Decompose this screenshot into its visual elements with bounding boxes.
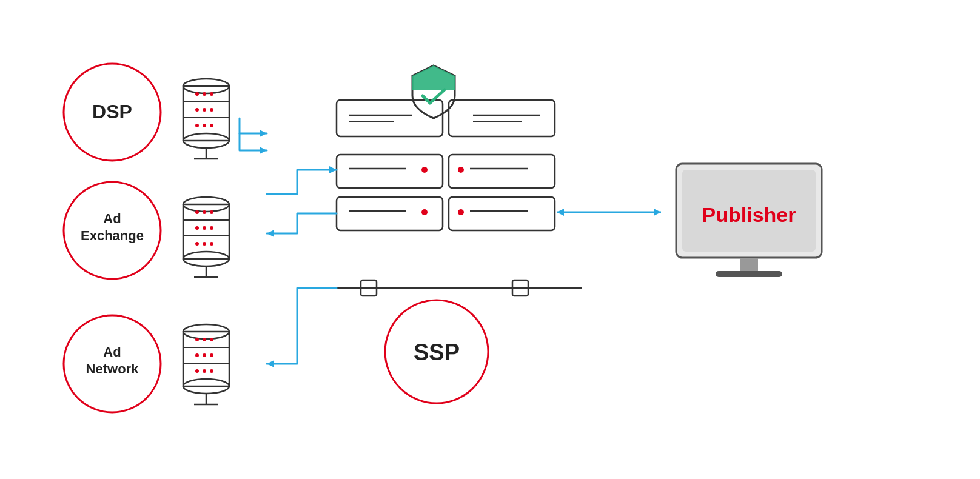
adexchange-label1: Ad (103, 211, 121, 226)
svg-rect-80 (740, 258, 758, 271)
adexchange-database (183, 197, 229, 277)
svg-point-62 (421, 209, 428, 215)
svg-point-39 (210, 338, 213, 341)
dsp-label: DSP (92, 101, 132, 122)
svg-marker-71 (329, 166, 337, 173)
svg-point-58 (458, 167, 464, 173)
svg-marker-72 (267, 230, 274, 237)
svg-text:Publisher: Publisher (702, 203, 796, 226)
publisher-monitor: Publisher (676, 164, 822, 277)
adnetwork-label2: Network (86, 361, 139, 377)
svg-point-24 (195, 226, 199, 230)
svg-point-27 (195, 242, 199, 246)
svg-point-40 (195, 353, 199, 357)
shield-icon (412, 65, 455, 118)
svg-point-43 (195, 369, 199, 373)
svg-marker-75 (557, 209, 564, 216)
svg-point-7 (210, 92, 213, 96)
adexchange-label2: Exchange (81, 228, 144, 243)
svg-rect-17 (183, 204, 229, 259)
svg-point-5 (195, 92, 199, 96)
svg-marker-70 (260, 147, 267, 154)
dsp-to-server-arrow (240, 118, 267, 154)
server-to-publisher-arrow (557, 209, 661, 216)
svg-point-29 (210, 242, 213, 246)
svg-rect-51 (449, 100, 555, 136)
adnetwork-from-server-arrow (267, 288, 337, 367)
ssp-label: SSP (414, 340, 460, 365)
svg-point-45 (210, 369, 213, 373)
diagram: DSP Ad Exchange Ad Network SSP Publisher (0, 0, 980, 479)
svg-marker-69 (260, 130, 267, 137)
svg-point-11 (195, 124, 199, 127)
svg-point-22 (203, 210, 206, 214)
adnetwork-database (183, 324, 229, 404)
svg-rect-57 (449, 155, 555, 188)
svg-point-56 (421, 167, 428, 173)
svg-point-44 (203, 369, 206, 373)
svg-point-8 (195, 108, 199, 112)
svg-marker-76 (654, 209, 661, 216)
svg-point-64 (458, 209, 464, 215)
svg-rect-1 (183, 86, 229, 141)
svg-point-21 (195, 210, 199, 214)
svg-point-25 (203, 226, 206, 230)
ssp-connector (306, 280, 582, 296)
svg-rect-63 (449, 197, 555, 230)
server-mid2 (337, 197, 555, 230)
svg-point-37 (195, 338, 199, 341)
svg-point-23 (210, 210, 213, 214)
svg-point-26 (210, 226, 213, 230)
svg-marker-73 (267, 360, 274, 367)
dsp-database (183, 79, 229, 159)
svg-point-42 (210, 353, 213, 357)
svg-point-12 (203, 124, 206, 127)
server-mid1 (337, 155, 555, 188)
adexchange-to-server-arrows (267, 166, 337, 237)
svg-point-13 (210, 124, 213, 127)
svg-rect-48 (337, 100, 443, 136)
svg-rect-81 (716, 271, 782, 277)
svg-point-10 (210, 108, 213, 112)
svg-rect-33 (183, 332, 229, 386)
svg-point-41 (203, 353, 206, 357)
svg-point-6 (203, 92, 206, 96)
adnetwork-label1: Ad (103, 344, 121, 360)
svg-point-9 (203, 108, 206, 112)
svg-point-28 (203, 242, 206, 246)
server-top (337, 100, 555, 136)
svg-point-38 (203, 338, 206, 341)
